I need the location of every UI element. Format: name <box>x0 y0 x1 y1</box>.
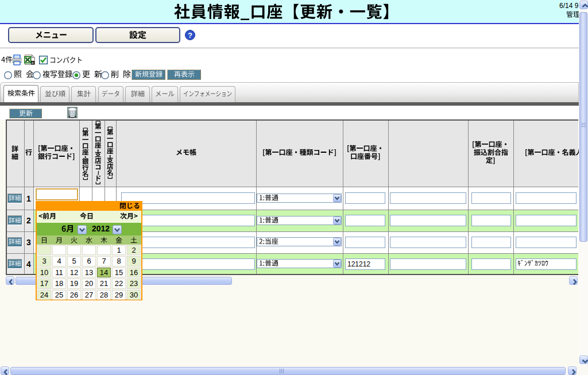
svg-text:?: ? <box>188 31 192 40</box>
